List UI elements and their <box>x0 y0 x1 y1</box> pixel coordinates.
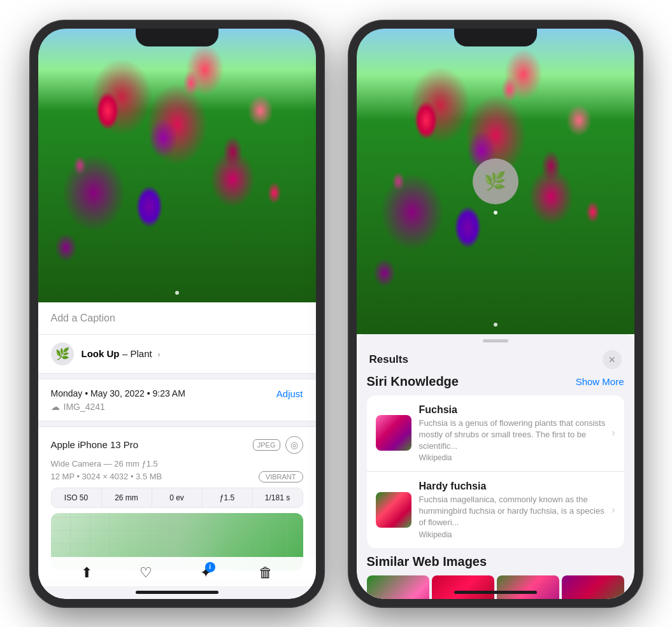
siri-dot <box>494 211 497 215</box>
results-header: Results ✕ <box>357 342 634 374</box>
lookup-row[interactable]: 🌿 Look Up – Plant › <box>38 335 316 374</box>
fuchsia-text: Fuchsia Fuchsia is a genus of flowering … <box>419 404 607 463</box>
phone-1: Add a Caption 🌿 Look Up – Plant › <box>31 21 324 607</box>
knowledge-card: Fuchsia Fuchsia is a genus of flowering … <box>367 395 624 548</box>
results-panel: Results ✕ Siri Knowledge Show More <box>357 334 634 599</box>
similar-image-2[interactable] <box>432 575 494 599</box>
hardy-source: Wikipedia <box>419 530 607 539</box>
exif-row: ISO 50 26 mm 0 ev ƒ1.5 1/181 s <box>51 488 303 508</box>
device-name: Apple iPhone 13 Pro <box>51 439 139 450</box>
photo-date: Monday • May 30, 2022 • 9:23 AM <box>51 388 185 398</box>
siri-knowledge-title: Siri Knowledge <box>367 374 459 389</box>
photo-display-1[interactable] <box>38 29 316 302</box>
info-button[interactable]: ✦ i <box>200 565 211 581</box>
hardy-name: Hardy fuchsia <box>419 481 607 492</box>
lookup-icon: 🌿 <box>51 342 74 365</box>
exif-shutter: 1/181 s <box>253 488 303 507</box>
siri-knowledge-header: Siri Knowledge Show More <box>367 374 624 389</box>
caption-area[interactable]: Add a Caption <box>38 302 316 335</box>
notch <box>136 29 218 46</box>
fuchsia-name: Fuchsia <box>419 404 607 416</box>
cloud-icon: ☁ <box>51 402 60 412</box>
hardy-thumbnail <box>376 492 411 528</box>
info-section: Add a Caption 🌿 Look Up – Plant › <box>38 302 316 599</box>
lookup-chevron: › <box>157 349 160 359</box>
filename-row: ☁ IMG_4241 <box>51 402 303 412</box>
close-button[interactable]: ✕ <box>603 350 622 369</box>
phone-2: 🌿 Results ✕ Siri Knowledge Show More <box>349 21 642 607</box>
adjust-button[interactable]: Adjust <box>276 388 303 399</box>
similar-image-3[interactable] <box>497 575 559 599</box>
siri-visual-button[interactable]: 🌿 <box>473 159 518 204</box>
mp-info: 12 MP • 3024 × 4032 • 3.5 MB <box>51 472 162 481</box>
notch-2 <box>454 29 537 46</box>
hardy-text: Hardy fuchsia Fuchsia magellanica, commo… <box>419 481 607 539</box>
location-icon: ◎ <box>285 436 303 454</box>
exif-aperture: ƒ1.5 <box>203 488 253 507</box>
vibrant-badge: VIBRANT <box>259 471 303 483</box>
show-more-button[interactable]: Show More <box>576 376 624 387</box>
hardy-chevron: › <box>611 504 615 516</box>
meta-section: Monday • May 30, 2022 • 9:23 AM Adjust ☁… <box>38 379 316 421</box>
delete-button[interactable]: 🗑 <box>259 565 273 581</box>
home-bar-1 <box>136 591 218 594</box>
results-title: Results <box>369 353 408 366</box>
exif-mm: 26 mm <box>102 488 152 507</box>
phone2-screen: 🌿 Results ✕ Siri Knowledge Show More <box>357 29 634 599</box>
device-section: Apple iPhone 13 Pro JPEG ◎ Wide Camera —… <box>38 426 316 579</box>
results-body: Siri Knowledge Show More Fuchsia Fuchsi <box>357 374 634 599</box>
camera-specs: Wide Camera — 26 mm ƒ1.5 <box>51 459 303 468</box>
similar-image-1[interactable] <box>367 575 429 599</box>
caption-placeholder[interactable]: Add a Caption <box>51 313 115 323</box>
share-button[interactable]: ⬆ <box>81 565 92 581</box>
favorite-button[interactable]: ♡ <box>139 565 152 581</box>
leaf-icon: 🌿 <box>55 347 69 361</box>
fuchsia-source: Wikipedia <box>419 453 607 462</box>
lookup-label[interactable]: Look Up – Plant › <box>82 348 161 360</box>
fuchsia-thumbnail <box>376 415 411 451</box>
fuchsia-chevron: › <box>611 427 615 439</box>
knowledge-item-hardy[interactable]: Hardy fuchsia Fuchsia magellanica, commo… <box>367 471 624 548</box>
knowledge-item-fuchsia[interactable]: Fuchsia Fuchsia is a genus of flowering … <box>367 395 624 472</box>
page-indicator-1 <box>175 291 179 295</box>
format-badge: JPEG <box>253 439 280 451</box>
photo-display-2[interactable]: 🌿 <box>357 29 634 334</box>
home-bar-2 <box>454 591 537 594</box>
fuchsia-desc: Fuchsia is a genus of flowering plants t… <box>419 418 607 453</box>
page-indicator-2 <box>494 323 497 327</box>
phone1-screen: Add a Caption 🌿 Look Up – Plant › <box>38 29 316 599</box>
info-badge: i <box>205 562 215 572</box>
similar-image-4[interactable] <box>562 575 624 599</box>
photo-toolbar: ⬆ ♡ ✦ i 🗑 <box>38 557 316 586</box>
filename: IMG_4241 <box>64 402 105 412</box>
exif-ev: 0 ev <box>152 488 203 507</box>
hardy-desc: Fuchsia magellanica, commonly known as t… <box>419 494 607 529</box>
exif-iso: ISO 50 <box>52 488 102 507</box>
similar-images-grid <box>367 575 624 599</box>
siri-leaf-icon: 🌿 <box>484 171 506 192</box>
similar-title: Similar Web Images <box>367 554 624 569</box>
